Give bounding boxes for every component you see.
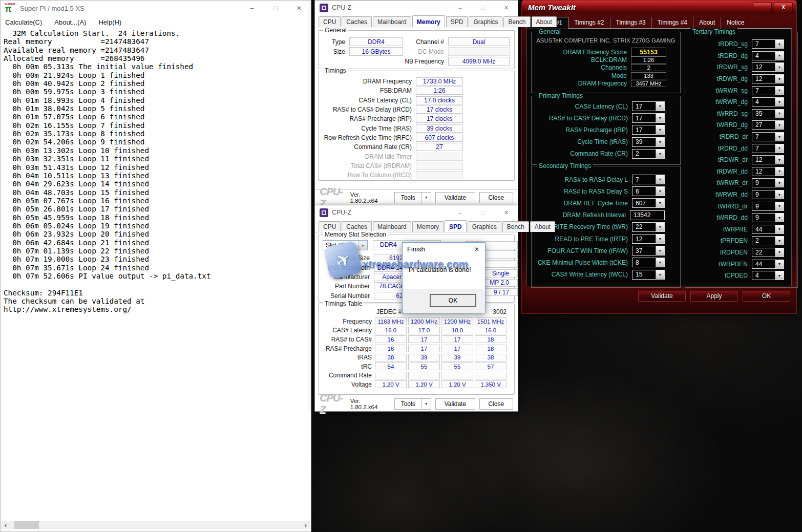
- timing-select[interactable]: 12 ▼: [752, 155, 784, 164]
- timing-select[interactable]: 44 ▼: [752, 225, 784, 234]
- scrollbar-thumb[interactable]: [14, 521, 39, 529]
- timing-select[interactable]: 4 ▼: [752, 97, 784, 107]
- chevron-down-icon[interactable]: ▼: [775, 202, 784, 210]
- chevron-down-icon[interactable]: ▼: [775, 248, 784, 257]
- tools-button[interactable]: Tools▼: [394, 192, 431, 203]
- minimize-icon[interactable]: –: [449, 1, 472, 15]
- horizontal-scrollbar[interactable]: ‹ ›: [1, 521, 310, 529]
- chevron-down-icon[interactable]: ▼: [775, 87, 784, 95]
- chevron-down-icon[interactable]: ▼: [775, 179, 784, 187]
- maximize-icon[interactable]: □: [472, 1, 495, 15]
- minimize-icon[interactable]: _: [753, 3, 772, 12]
- timing-select[interactable]: 35 ▼: [752, 109, 784, 118]
- timing-select[interactable]: 607 ▼: [632, 198, 665, 208]
- timing-select[interactable]: 12 ▼: [752, 62, 784, 72]
- tab[interactable]: SPD: [446, 16, 468, 27]
- chevron-down-icon[interactable]: ▼: [358, 241, 367, 250]
- validate-button[interactable]: Validate: [435, 192, 475, 203]
- close-icon[interactable]: X: [774, 3, 793, 12]
- timing-select[interactable]: 12 ▼: [752, 167, 784, 176]
- chevron-down-icon[interactable]: ▼: [775, 133, 784, 141]
- slot-select[interactable]: Slot #2 ▼: [323, 240, 368, 250]
- timing-select[interactable]: 27 ▼: [752, 120, 784, 130]
- menu-item[interactable]: About...(A): [54, 18, 86, 26]
- timing-select[interactable]: 22 ▼: [632, 222, 665, 232]
- minimize-icon[interactable]: –: [240, 1, 264, 16]
- tab[interactable]: About: [530, 221, 555, 232]
- chevron-down-icon[interactable]: ▼: [775, 75, 784, 83]
- chevron-down-icon[interactable]: ▼: [656, 150, 664, 158]
- timing-select[interactable]: 7 ▼: [752, 144, 784, 153]
- timing-select[interactable]: 2 ▼: [752, 236, 784, 245]
- chevron-down-icon[interactable]: ▼: [775, 156, 784, 164]
- tab[interactable]: CPU: [319, 221, 341, 232]
- tab[interactable]: Notice: [721, 17, 750, 29]
- chevron-down-icon[interactable]: ▼: [775, 190, 784, 199]
- tab[interactable]: Caches: [342, 221, 372, 232]
- tab[interactable]: SPD: [445, 220, 467, 232]
- tab[interactable]: Graphics: [469, 16, 502, 27]
- chevron-down-icon[interactable]: ▼: [775, 271, 784, 280]
- timing-select[interactable]: 22 ▼: [752, 248, 784, 257]
- apply-button[interactable]: Apply: [690, 291, 738, 302]
- chevron-down-icon[interactable]: ▼: [656, 235, 664, 243]
- tab[interactable]: Bench: [503, 16, 530, 27]
- close-button[interactable]: Close: [479, 398, 513, 410]
- tab[interactable]: Timings #4: [652, 17, 693, 29]
- timing-select[interactable]: 17 ▼: [632, 101, 665, 111]
- chevron-down-icon[interactable]: ▼: [656, 175, 664, 184]
- ok-button[interactable]: OK: [430, 294, 476, 307]
- timing-select[interactable]: 39 ▼: [632, 137, 665, 147]
- chevron-down-icon[interactable]: ▼: [775, 110, 784, 118]
- tab[interactable]: About: [693, 17, 721, 29]
- validate-button[interactable]: Validate: [435, 398, 475, 410]
- timing-select[interactable]: 7 ▼: [752, 39, 784, 49]
- chevron-down-icon[interactable]: ▼: [421, 399, 431, 409]
- timing-select[interactable]: 4 ▼: [752, 271, 784, 280]
- close-icon[interactable]: ✕: [495, 1, 518, 15]
- chevron-down-icon[interactable]: ▼: [775, 98, 784, 106]
- chevron-down-icon[interactable]: ▼: [775, 121, 784, 129]
- chevron-down-icon[interactable]: ▼: [656, 125, 664, 134]
- tab[interactable]: Mainboard: [373, 221, 411, 232]
- tab[interactable]: Caches: [342, 16, 372, 27]
- chevron-down-icon[interactable]: ▼: [775, 52, 784, 60]
- scroll-right-icon[interactable]: ›: [301, 521, 310, 529]
- chevron-down-icon[interactable]: ▼: [775, 63, 784, 71]
- menu-item[interactable]: Calculate(C): [5, 18, 42, 26]
- chevron-down-icon[interactable]: ▼: [656, 114, 664, 122]
- timing-select[interactable]: 7 ▼: [752, 132, 784, 141]
- minimize-icon[interactable]: –: [449, 205, 472, 220]
- chevron-down-icon[interactable]: ▼: [775, 214, 784, 222]
- tab[interactable]: Timings #3: [610, 17, 652, 29]
- timing-select[interactable]: 15 ▼: [632, 270, 665, 280]
- timing-select[interactable]: 9 ▼: [752, 202, 784, 211]
- timing-select[interactable]: 44 ▼: [752, 260, 784, 269]
- timing-select[interactable]: 7 ▼: [632, 175, 665, 184]
- scroll-left-icon[interactable]: ‹: [1, 521, 10, 529]
- tab[interactable]: Timings #2: [568, 17, 610, 29]
- maximize-icon[interactable]: □: [472, 205, 495, 220]
- chevron-down-icon[interactable]: ▼: [775, 144, 784, 153]
- timing-select[interactable]: 12 ▼: [632, 234, 665, 244]
- chevron-down-icon[interactable]: ▼: [775, 237, 784, 245]
- chevron-down-icon[interactable]: ▼: [656, 246, 664, 255]
- validate-button[interactable]: Validate: [638, 291, 686, 302]
- timing-select[interactable]: 9 ▼: [752, 190, 784, 199]
- timing-select[interactable]: 4 ▼: [752, 51, 784, 60]
- maximize-icon[interactable]: □: [264, 1, 287, 16]
- timing-select[interactable]: 13542 ▼: [630, 210, 665, 220]
- chevron-down-icon[interactable]: ▼: [656, 102, 664, 111]
- timing-select[interactable]: 9 ▼: [752, 178, 784, 187]
- chevron-down-icon[interactable]: ▼: [656, 270, 664, 279]
- timing-select[interactable]: 6 ▼: [632, 186, 665, 196]
- ok-button[interactable]: OK: [743, 291, 790, 302]
- tab[interactable]: Graphics: [468, 221, 501, 232]
- close-button[interactable]: Close: [479, 192, 513, 203]
- chevron-down-icon[interactable]: ▼: [775, 225, 784, 233]
- chevron-down-icon[interactable]: ▼: [656, 223, 664, 231]
- timing-select[interactable]: 7 ▼: [752, 86, 784, 95]
- tools-button[interactable]: Tools▼: [394, 398, 431, 410]
- tab[interactable]: CPU: [319, 16, 341, 27]
- close-icon[interactable]: ✕: [469, 243, 485, 256]
